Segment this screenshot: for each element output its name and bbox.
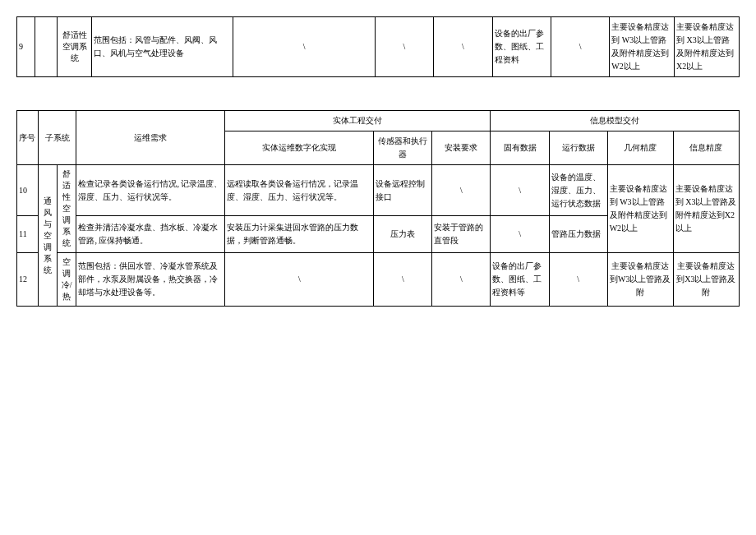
cell-azyq: \ xyxy=(432,165,491,216)
header-yxsj: 运行数据 xyxy=(549,131,607,165)
header-azyq: 安装要求 xyxy=(432,131,491,165)
cell-ywxq: 范围包括：供回水管、冷凝水管系统及部件，水泵及附属设备，热交换器，冷却塔与水处理… xyxy=(76,253,225,307)
cell-azyq: \ xyxy=(434,17,492,77)
cell-jhjd: 主要设备精度达到 W3以上管路及附件精度达到W2以上 xyxy=(610,17,675,77)
cell-xxjd-merged: 主要设备精度达到 X3以上管路及附件精度达到X2以上 xyxy=(673,165,739,253)
cell-gysj: \ xyxy=(491,216,549,253)
cell-subsys-b: 空调冷/热 xyxy=(58,253,76,307)
header-row-1: 序号 子系统 运维需求 实体工程交付 信息模型交付 xyxy=(17,111,740,131)
cell-gysj: 设备的出厂参数、图纸、工程资料等 xyxy=(491,253,549,307)
cell-yxsj: 管路压力数据 xyxy=(549,216,607,253)
cell-jhjd-merged: 主要设备精度达到 W3以上管路及附件精度达到W2以上 xyxy=(607,165,673,253)
cell-subsys: 舒适性空调系统 xyxy=(58,17,92,77)
header-stgcjf: 实体工程交付 xyxy=(225,111,491,131)
cell-seq: 10 xyxy=(17,165,39,216)
table-bottom: 序号 子系统 运维需求 实体工程交付 信息模型交付 实体运维数字化实现 传感器和… xyxy=(16,110,740,307)
cell-seq: 9 xyxy=(17,17,35,77)
cell-xxjd: 主要设备精度达到X3以上管路及附 xyxy=(673,253,739,307)
cell-gysj: \ xyxy=(491,165,549,216)
header-ywxq: 运维需求 xyxy=(76,111,225,165)
header-gysj: 固有数据 xyxy=(491,131,549,165)
cell-azyq: 安装于管路的直管段 xyxy=(432,216,491,253)
table-row: 12 空调冷/热 范围包括：供回水管、冷凝水管系统及部件，水泵及附属设备，热交换… xyxy=(17,253,740,307)
table-row: 9 舒适性空调系统 范围包括：风管与配件、风阀、风口、风机与空气处理设备 \ \… xyxy=(17,17,740,77)
cell-cgq: \ xyxy=(374,253,432,307)
cell-seq: 12 xyxy=(17,253,39,307)
table-top: 9 舒适性空调系统 范围包括：风管与配件、风阀、风口、风机与空气处理设备 \ \… xyxy=(16,16,740,77)
cell-jhjd: 主要设备精度达到W3以上管路及附 xyxy=(607,253,673,307)
cell-yxsj: 设备的温度、湿度、压力、运行状态数据 xyxy=(549,165,607,216)
cell-azyq: \ xyxy=(432,253,491,307)
cell-sstx: 远程读取各类设备运行情况，记录温度、湿度、压力、运行状况等。 xyxy=(225,165,374,216)
cell-ywxq: 范围包括：风管与配件、风阀、风口、风机与空气处理设备 xyxy=(92,17,233,77)
cell-xxjd: 主要设备精度达到 X3以上管路及附件精度达到X2以上 xyxy=(675,17,740,77)
cell-yxsj: \ xyxy=(551,17,609,77)
cell-ywxq: 检查并清洁冷凝水盘、挡水板、冷凝水管路, 应保持畅通。 xyxy=(76,216,225,253)
cell-ywxq: 检查记录各类设备运行情况, 记录温度、湿度、压力、运行状况等。 xyxy=(76,165,225,216)
cell-sstx: \ xyxy=(233,17,375,77)
cell-parent-subsys: 通风与空调系统 xyxy=(38,165,57,307)
cell-subsys-a: 舒适性空调系统 xyxy=(58,165,76,253)
cell-cgq: 压力表 xyxy=(374,216,432,253)
cell-cgq: 设备远程控制接口 xyxy=(374,165,432,216)
cell-seq: 11 xyxy=(17,216,39,253)
cell-sstx: \ xyxy=(225,253,374,307)
table-row: 10 通风与空调系统 舒适性空调系统 检查记录各类设备运行情况, 记录温度、湿度… xyxy=(17,165,740,216)
cell-parent-empty xyxy=(35,17,58,77)
cell-cgq: \ xyxy=(375,17,433,77)
header-sstx: 实体运维数字化实现 xyxy=(225,131,374,165)
header-seq: 序号 xyxy=(17,111,39,165)
table-gap xyxy=(16,77,740,110)
header-xxmxjf: 信息模型交付 xyxy=(491,111,740,131)
header-subsys: 子系统 xyxy=(38,111,76,165)
cell-yxsj: \ xyxy=(549,253,607,307)
cell-gysj: 设备的出厂参数、图纸、工程资料 xyxy=(492,17,551,77)
header-jhjd: 几何精度 xyxy=(607,131,673,165)
header-cgq: 传感器和执行器 xyxy=(374,131,432,165)
cell-sstx: 安装压力计采集进回水管路的压力数据，判断管路通畅。 xyxy=(225,216,374,253)
header-xxjd: 信息精度 xyxy=(673,131,739,165)
